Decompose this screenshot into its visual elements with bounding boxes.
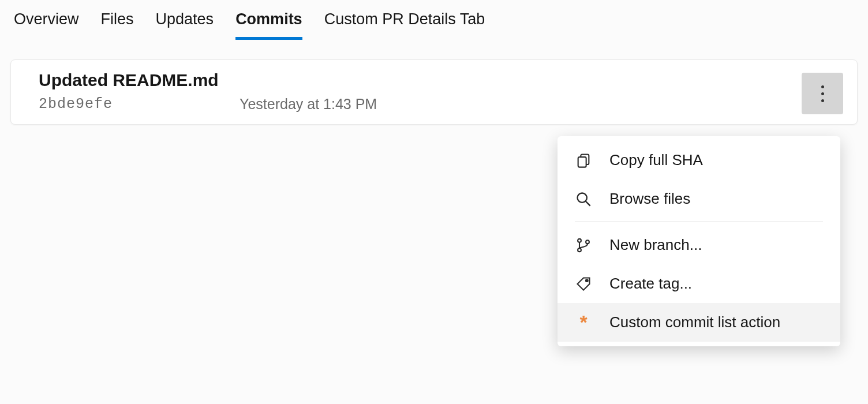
menu-item-label: Copy full SHA <box>609 151 703 169</box>
menu-item-new-branch[interactable]: New branch... <box>558 226 840 264</box>
menu-item-custom-commit-action[interactable]: * Custom commit list action <box>558 303 840 342</box>
commit-meta: 2bde9efe Yesterday at 1:43 PM <box>39 96 843 113</box>
menu-item-copy-sha[interactable]: Copy full SHA <box>558 141 840 179</box>
menu-item-label: New branch... <box>609 236 702 254</box>
svg-point-6 <box>586 240 589 244</box>
tab-overview[interactable]: Overview <box>14 10 79 40</box>
tab-custom-pr-details[interactable]: Custom PR Details Tab <box>324 10 485 40</box>
menu-item-create-tag[interactable]: Create tag... <box>558 264 840 303</box>
commit-title: Updated README.md <box>39 70 843 90</box>
pr-tab-bar: Overview Files Updates Commits Custom PR… <box>0 0 868 40</box>
tab-updates[interactable]: Updates <box>156 10 214 40</box>
svg-point-5 <box>578 248 581 252</box>
kebab-icon <box>821 85 824 102</box>
svg-point-2 <box>578 193 587 202</box>
asterisk-icon: * <box>575 314 592 331</box>
commit-sha: 2bde9efe <box>39 96 113 113</box>
svg-point-7 <box>586 279 588 282</box>
menu-item-browse-files[interactable]: Browse files <box>558 179 840 218</box>
tab-commits[interactable]: Commits <box>235 10 302 40</box>
search-icon <box>575 190 592 208</box>
menu-item-label: Custom commit list action <box>609 313 780 331</box>
svg-rect-1 <box>578 157 586 167</box>
commit-card: Updated README.md 2bde9efe Yesterday at … <box>10 59 858 125</box>
more-actions-button[interactable] <box>802 73 843 114</box>
tab-files[interactable]: Files <box>101 10 134 40</box>
branch-icon <box>575 237 592 254</box>
commit-context-menu: Copy full SHA Browse files New branch... <box>558 136 840 346</box>
svg-point-4 <box>578 238 581 242</box>
menu-item-label: Create tag... <box>609 275 692 293</box>
menu-item-label: Browse files <box>609 190 690 208</box>
menu-separator <box>575 222 823 222</box>
tag-icon <box>575 275 592 293</box>
copy-icon <box>575 152 592 169</box>
svg-line-3 <box>586 201 590 205</box>
commit-time: Yesterday at 1:43 PM <box>240 96 377 113</box>
